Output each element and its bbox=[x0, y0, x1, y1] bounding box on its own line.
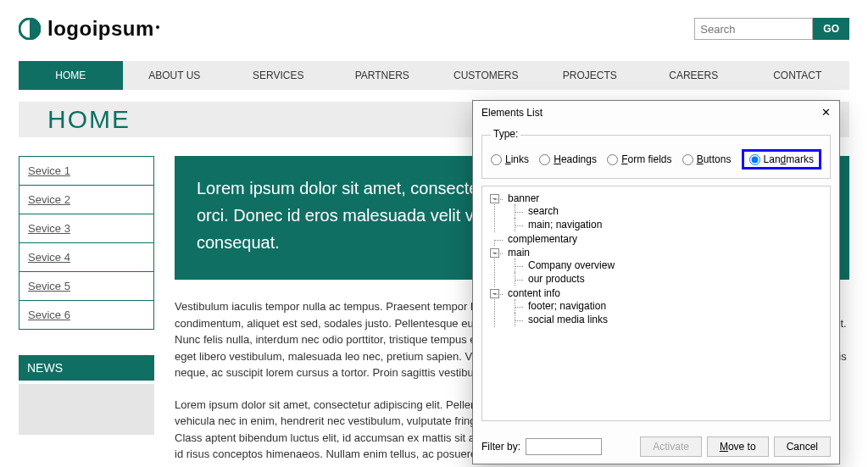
sidebar-item[interactable]: Sevice 4 bbox=[19, 243, 153, 272]
nav-item-contact[interactable]: CONTACT bbox=[746, 61, 850, 90]
radio-landmarks[interactable]: Landmarks bbox=[742, 149, 821, 170]
sidebar-item[interactable]: Sevice 2 bbox=[19, 186, 153, 214]
page-title: HOME bbox=[47, 105, 131, 134]
logo-text: logoipsum bbox=[47, 17, 154, 40]
tree-node[interactable]: social media links bbox=[520, 313, 825, 326]
tree-expander-icon[interactable]: − bbox=[490, 194, 499, 203]
elements-list-dialog: Elements List ✕ Type: Links Headings For… bbox=[472, 100, 840, 464]
tree-label: complementary bbox=[508, 233, 577, 245]
logo-icon bbox=[19, 18, 41, 40]
tree-node[interactable]: Company overview bbox=[520, 259, 825, 272]
tree-node[interactable]: footer; navigation bbox=[520, 299, 825, 313]
nav-item-careers[interactable]: CAREERS bbox=[642, 61, 746, 90]
radio-form-fields[interactable]: Form fields bbox=[607, 153, 671, 165]
tree-expander-icon[interactable]: − bbox=[490, 248, 499, 258]
nav-item-customers[interactable]: CUSTOMERS bbox=[434, 61, 538, 90]
tree-node[interactable]: −bannersearchmain; navigation bbox=[499, 192, 825, 232]
tree-label: content info bbox=[508, 287, 560, 299]
cancel-button[interactable]: Cancel bbox=[774, 436, 831, 457]
services-sidebar: Sevice 1Sevice 2Sevice 3Sevice 4Sevice 5… bbox=[19, 156, 154, 330]
sidebar-item[interactable]: Sevice 5 bbox=[19, 272, 153, 301]
nav-item-projects[interactable]: PROJECTS bbox=[538, 61, 643, 90]
type-legend: Type: bbox=[491, 128, 520, 140]
logo: logoipsum bbox=[19, 17, 159, 41]
tree-label: main; navigation bbox=[528, 219, 602, 231]
nav-item-partners[interactable]: PARTNERS bbox=[331, 61, 435, 90]
search-input[interactable] bbox=[694, 18, 813, 40]
radio-headings[interactable]: Headings bbox=[539, 153, 597, 165]
tree-label: search bbox=[528, 205, 559, 217]
tree-label: Company overview bbox=[528, 259, 615, 271]
filter-input[interactable] bbox=[526, 438, 602, 455]
sidebar-item[interactable]: Sevice 6 bbox=[19, 301, 153, 330]
move-to-button[interactable]: Move to bbox=[707, 436, 769, 457]
tree-label: banner bbox=[508, 192, 539, 204]
nav-item-services[interactable]: SERVICES bbox=[226, 61, 331, 90]
type-fieldset: Type: Links Headings Form fields Buttons… bbox=[481, 129, 831, 179]
tree-label: social media links bbox=[528, 314, 608, 325]
sidebar-item[interactable]: Sevice 1 bbox=[19, 157, 153, 186]
activate-button: Activate bbox=[640, 436, 702, 457]
tree-node[interactable]: search bbox=[520, 204, 825, 218]
tree-label: footer; navigation bbox=[528, 300, 606, 312]
filter-label: Filter by: bbox=[481, 441, 520, 453]
tree-node[interactable]: −content infofooter; navigationsocial me… bbox=[499, 286, 825, 327]
sidebar-item[interactable]: Sevice 3 bbox=[19, 214, 153, 243]
tree-node[interactable]: complementary bbox=[499, 232, 825, 246]
nav-item-home[interactable]: HOME bbox=[19, 61, 123, 90]
radio-links[interactable]: Links bbox=[491, 153, 529, 165]
tree-node[interactable]: −mainCompany overviewour products bbox=[499, 246, 825, 286]
nav-item-about-us[interactable]: ABOUT US bbox=[123, 61, 227, 90]
search-go-button[interactable]: GO bbox=[813, 18, 849, 40]
tree-label: our products bbox=[528, 273, 585, 285]
close-icon[interactable]: ✕ bbox=[821, 106, 831, 119]
radio-buttons[interactable]: Buttons bbox=[682, 153, 732, 165]
tree-expander-icon[interactable]: − bbox=[490, 289, 499, 298]
main-nav: HOMEABOUT USSERVICESPARTNERSCUSTOMERSPRO… bbox=[19, 61, 849, 90]
news-header: NEWS bbox=[19, 355, 154, 381]
dialog-title: Elements List bbox=[481, 107, 542, 119]
tree-node[interactable]: main; navigation bbox=[520, 218, 825, 231]
tree-label: main bbox=[508, 247, 530, 259]
tree-node[interactable]: our products bbox=[520, 272, 825, 286]
news-placeholder bbox=[19, 384, 154, 435]
landmarks-tree[interactable]: −bannersearchmain; navigationcomplementa… bbox=[481, 186, 831, 421]
